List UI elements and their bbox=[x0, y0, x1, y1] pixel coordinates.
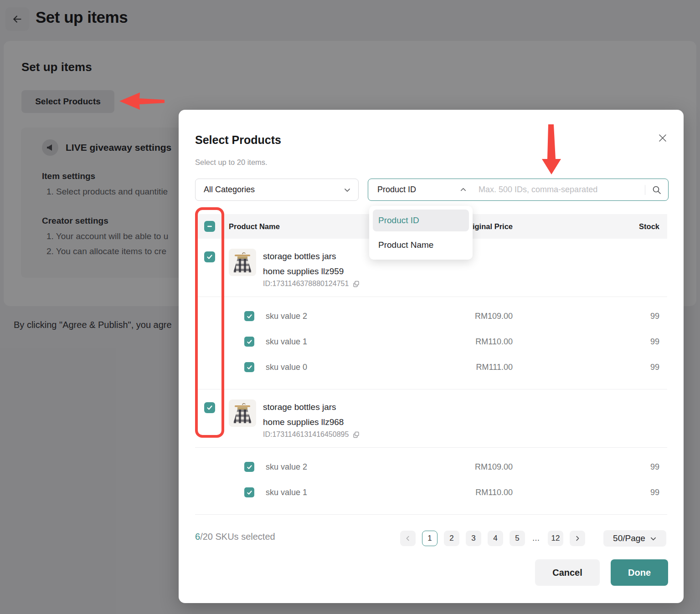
sku-list: sku value 2 RM109.00 99 sku value 1 RM11… bbox=[195, 448, 667, 514]
sku-name: sku value 1 bbox=[266, 337, 307, 347]
close-icon bbox=[658, 133, 668, 143]
skus-selected-count: 6/20 SKUs selected bbox=[195, 532, 275, 542]
sku-price: RM111.00 bbox=[476, 363, 513, 372]
sku-name: sku value 1 bbox=[266, 488, 307, 497]
sku-stock: 99 bbox=[650, 363, 659, 372]
product-image bbox=[229, 399, 256, 427]
pagination-page-12[interactable]: 12 bbox=[548, 531, 563, 546]
modal-subtitle: Select up to 20 items. bbox=[195, 158, 268, 167]
sku-price: RM109.00 bbox=[475, 312, 513, 321]
check-icon bbox=[247, 339, 252, 345]
product-id: ID:1731146131416450895 bbox=[263, 430, 349, 439]
sku-price: RM109.00 bbox=[475, 462, 513, 472]
search-type-dropdown: Product ID Product Name bbox=[369, 206, 473, 260]
pagination-page-2[interactable]: 2 bbox=[444, 531, 459, 546]
pagination-ellipsis: … bbox=[531, 534, 541, 543]
search-icon[interactable] bbox=[652, 185, 662, 195]
pagination: 1 2 3 4 5 … 12 bbox=[400, 531, 585, 546]
input-caret bbox=[645, 185, 645, 195]
product-name-line1: storage bottles jars bbox=[263, 249, 360, 264]
page-size-value: 50/Page bbox=[613, 533, 645, 543]
chevron-down-icon bbox=[650, 535, 657, 542]
pagination-page-3[interactable]: 3 bbox=[466, 531, 481, 546]
sku-checkbox[interactable] bbox=[244, 462, 254, 472]
pagination-prev-button[interactable] bbox=[400, 531, 416, 546]
sku-price: RM110.00 bbox=[475, 337, 513, 347]
selected-count-suffix: /20 SKUs selected bbox=[200, 532, 275, 542]
sku-stock: 99 bbox=[650, 462, 659, 472]
table-row: storage bottles jars home supplies llz96… bbox=[195, 389, 667, 448]
indeterminate-icon bbox=[206, 223, 213, 230]
copy-icon[interactable] bbox=[352, 431, 360, 439]
select-all-checkbox[interactable] bbox=[204, 221, 215, 232]
page-size-select[interactable]: 50/Page bbox=[603, 530, 666, 547]
sku-row: sku value 2 RM109.00 99 bbox=[195, 454, 667, 480]
sku-row: sku value 1 RM110.00 99 bbox=[195, 480, 667, 505]
product-checkbox[interactable] bbox=[204, 251, 215, 262]
sku-price: RM110.00 bbox=[475, 488, 513, 497]
sku-stock: 99 bbox=[650, 337, 659, 347]
done-button[interactable]: Done bbox=[611, 559, 668, 586]
check-icon bbox=[206, 404, 213, 411]
product-block: storage bottles jars home supplies llz96… bbox=[195, 389, 667, 514]
sku-row: sku value 0 RM111.00 99 bbox=[195, 354, 667, 380]
dropdown-option-product-id[interactable]: Product ID bbox=[373, 210, 469, 231]
select-products-modal: Select Products Select up to 20 items. A… bbox=[179, 110, 684, 603]
selected-count-number: 6 bbox=[195, 532, 200, 542]
copy-icon[interactable] bbox=[352, 280, 360, 288]
product-name-line1: storage bottles jars bbox=[263, 399, 360, 414]
sku-checkbox[interactable] bbox=[244, 487, 254, 497]
product-image bbox=[229, 249, 256, 276]
sku-row: sku value 2 RM109.00 99 bbox=[195, 303, 667, 329]
header-stock: Stock bbox=[639, 222, 659, 231]
chevron-left-icon bbox=[405, 535, 411, 542]
category-select[interactable]: All Categories bbox=[195, 179, 359, 201]
pagination-page-4[interactable]: 4 bbox=[488, 531, 503, 546]
product-block: storage bottles jars home supplies llz95… bbox=[195, 239, 667, 389]
check-icon bbox=[247, 364, 252, 370]
check-icon bbox=[247, 464, 252, 470]
pagination-next-button[interactable] bbox=[570, 531, 585, 546]
sku-name: sku value 2 bbox=[266, 462, 307, 472]
product-id: ID:1731146378880124751 bbox=[263, 280, 349, 288]
header-product-name: Product Name bbox=[229, 222, 280, 231]
cancel-button[interactable]: Cancel bbox=[535, 559, 600, 586]
search-type-value: Product ID bbox=[377, 185, 416, 194]
sku-stock: 99 bbox=[650, 488, 659, 497]
sku-name: sku value 2 bbox=[266, 312, 307, 321]
close-button[interactable] bbox=[656, 132, 669, 144]
sku-row: sku value 1 RM110.00 99 bbox=[195, 329, 667, 354]
dropdown-option-product-name[interactable]: Product Name bbox=[373, 234, 469, 256]
modal-title: Select Products bbox=[195, 133, 281, 147]
sku-name: sku value 0 bbox=[266, 363, 307, 372]
check-icon bbox=[206, 254, 213, 260]
sku-checkbox[interactable] bbox=[244, 337, 254, 347]
chevron-down-icon bbox=[344, 186, 351, 194]
category-select-value: All Categories bbox=[204, 185, 344, 194]
product-checkbox[interactable] bbox=[204, 402, 215, 413]
chevron-up-icon[interactable] bbox=[460, 186, 467, 193]
product-name-line2: home supplies llz959 bbox=[263, 264, 360, 279]
pagination-page-5[interactable]: 5 bbox=[510, 531, 525, 546]
sku-stock: 99 bbox=[650, 312, 659, 321]
sku-checkbox[interactable] bbox=[244, 311, 254, 321]
product-name-line2: home supplies llz968 bbox=[263, 414, 360, 430]
search-input[interactable]: Max. 500 IDs, comma-separated bbox=[479, 185, 645, 194]
chevron-right-icon bbox=[574, 535, 581, 542]
check-icon bbox=[247, 490, 252, 496]
sku-checkbox[interactable] bbox=[244, 362, 254, 372]
sku-list: sku value 2 RM109.00 99 sku value 1 RM11… bbox=[195, 297, 667, 389]
check-icon bbox=[247, 313, 252, 319]
product-search-box[interactable]: Product ID Max. 500 IDs, comma-separated bbox=[368, 179, 669, 201]
pagination-page-1[interactable]: 1 bbox=[422, 531, 438, 546]
